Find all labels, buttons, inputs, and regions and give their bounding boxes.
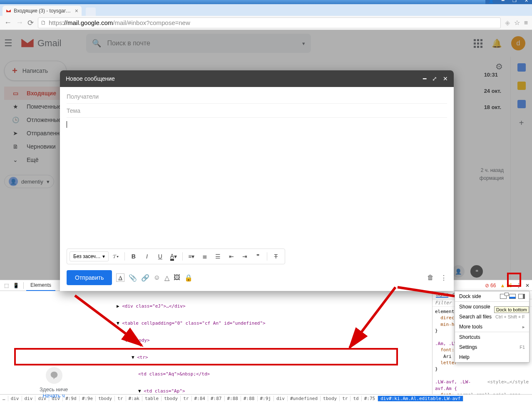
url-bar[interactable]: 🗋 https://mail.google.com/mail/#inbox?co…	[38, 17, 501, 28]
user-name: dementiy	[21, 179, 43, 185]
toolbar-right: ◈ ☆ ≡	[505, 19, 528, 27]
back-button[interactable]: ←	[4, 18, 12, 27]
bullet-list-button[interactable]: ☰	[212, 251, 224, 262]
minimize-compose-icon[interactable]: ━	[423, 75, 426, 82]
drive-icon[interactable]: △	[164, 274, 169, 282]
menu-more-tools[interactable]: More tools▸	[455, 322, 529, 332]
attach-icon[interactable]: 📎	[129, 274, 137, 282]
compose-titlebar[interactable]: Новое сообщение ━ ⤢ ✕	[60, 70, 454, 87]
forward-button[interactable]: →	[16, 18, 23, 27]
more-options-icon[interactable]: ⋮	[440, 274, 447, 282]
format-toggle-button[interactable]: A	[116, 273, 124, 282]
compose-label: Написать	[22, 67, 48, 74]
minimize-button[interactable]: ━	[497, 0, 509, 4]
search-dropdown-icon[interactable]: ▾	[302, 40, 305, 47]
discard-icon[interactable]: 🗑	[427, 274, 434, 282]
url-text: https://mail.google.com/mail/#inbox?comp…	[49, 19, 190, 26]
extension-icon[interactable]: ◈	[505, 19, 510, 27]
devtools-menu-icon[interactable]: ⋮	[516, 283, 521, 288]
compose-button[interactable]: + Написать	[4, 61, 67, 81]
browser-tab[interactable]: Входящие (3) - toysgardenс ×	[2, 6, 82, 16]
compose-title: Новое сообщение	[66, 75, 115, 82]
user-pill[interactable]: 👤 dementiy ▾	[4, 175, 54, 188]
browser-titlebar: 👤 ━ ❐ ✕	[0, 0, 532, 4]
tab-title: Входящие (3) - toysgardenс	[14, 8, 72, 14]
align-button[interactable]: ≡▾	[185, 251, 198, 262]
italic-button[interactable]: I	[141, 251, 153, 262]
search-icon[interactable]: 🔍	[92, 39, 101, 48]
bookmark-icon[interactable]: ☆	[514, 19, 520, 27]
warning-count[interactable]: ▲ 26	[500, 283, 512, 288]
dock-right-icon[interactable]	[518, 294, 525, 299]
confidential-icon[interactable]: 🔒	[184, 274, 193, 282]
emoji-icon[interactable]: ☺	[154, 274, 160, 281]
send-button[interactable]: Отправить	[67, 270, 112, 285]
drafts-icon: 🗎	[12, 143, 19, 150]
calendar-icon[interactable]	[517, 63, 526, 72]
remove-format-button[interactable]: T	[270, 251, 282, 262]
indent-less-button[interactable]: ⇤	[225, 251, 238, 262]
tab-close-icon[interactable]: ×	[75, 7, 78, 14]
notifications-icon[interactable]: 🔔	[492, 38, 502, 48]
close-button[interactable]: ✕	[520, 0, 532, 4]
dom-tree[interactable]: ▶ <div class="eJ">…</div> ▼ <table cellp…	[0, 291, 432, 394]
text-size-icon[interactable]: 𝓣▾	[109, 251, 122, 262]
page-info-icon[interactable]: 🗋	[41, 20, 46, 26]
font-dropdown[interactable]: Без засеч… ▾	[70, 251, 109, 261]
chrome-user-icon[interactable]: 👤	[485, 0, 497, 4]
user-avatar[interactable]: d	[511, 36, 525, 50]
error-count[interactable]: ⊘ 66	[485, 283, 496, 288]
devtools-menu: Dock side Dock to bottom Show console Se…	[455, 291, 530, 363]
photo-icon[interactable]: 🖼	[174, 274, 180, 281]
styles-tab[interactable]: Styles	[436, 292, 448, 298]
right-mini-text: 2 ч. назадформация	[480, 166, 504, 182]
maximize-button[interactable]: ❐	[509, 0, 520, 4]
menu-help[interactable]: Help	[455, 352, 529, 362]
user-avatar-small: 👤	[9, 177, 18, 186]
sidebar-item-label: Помеченные	[27, 103, 61, 110]
keep-icon[interactable]	[517, 82, 526, 90]
menu-search-all[interactable]: Search all filesCtrl + Shift + F	[455, 312, 529, 322]
numbered-list-button[interactable]: ≣	[199, 251, 211, 262]
gmail-logo-icon	[21, 38, 34, 48]
link-icon[interactable]: 🔗	[141, 274, 149, 282]
recipients-field[interactable]: Получатели	[67, 89, 447, 104]
dom-breadcrumb[interactable]: …divdivdivdiv#:9d#:9etbodytr#:aktabletbo…	[0, 394, 532, 403]
settings-gear-icon[interactable]: ⚙	[495, 62, 503, 72]
gmail-header: ☰ Gmail 🔍 ▾ 🔔 d	[0, 30, 532, 57]
apps-grid-icon[interactable]	[474, 39, 482, 48]
indent-more-button[interactable]: ⇥	[239, 251, 251, 262]
dock-tooltip: Dock to bottom	[494, 306, 529, 313]
chevron-down-icon: ⌄	[12, 157, 19, 163]
expand-rail-icon[interactable]: ›	[507, 271, 509, 278]
sidebar-item-label: Ещё	[27, 157, 39, 163]
popout-compose-icon[interactable]: ⤢	[432, 75, 437, 82]
search-bar[interactable]: 🔍 ▾	[86, 34, 311, 53]
hangouts-bubble-icon[interactable]: ❝	[470, 265, 483, 278]
dock-bottom-icon[interactable]	[509, 294, 516, 299]
underline-button[interactable]: U	[154, 251, 167, 262]
addons-plus-icon[interactable]: +	[519, 118, 524, 128]
text-color-button[interactable]: A▾	[167, 251, 180, 262]
search-input[interactable]	[107, 40, 296, 47]
inspect-element-icon[interactable]: ⬚	[2, 280, 10, 291]
logo[interactable]: Gmail	[21, 38, 61, 49]
people-icon[interactable]: 👤	[452, 265, 465, 278]
dock-popout-icon[interactable]	[500, 294, 507, 299]
bold-button[interactable]: B	[127, 251, 140, 262]
tab-elements[interactable]: Elements	[26, 280, 55, 291]
subject-field[interactable]: Тема	[67, 104, 447, 118]
browser-menu-icon[interactable]: ≡	[524, 19, 528, 27]
menu-settings[interactable]: SettingsF1	[455, 342, 529, 352]
gmail-favicon-icon	[6, 8, 11, 14]
menu-shortcuts[interactable]: Shortcuts	[455, 332, 529, 342]
reload-button[interactable]: ⟳	[27, 18, 34, 27]
tasks-icon[interactable]	[517, 100, 526, 108]
device-mode-icon[interactable]: 📱	[11, 280, 21, 291]
menu-icon[interactable]: ☰	[4, 38, 12, 49]
compose-editor[interactable]	[67, 118, 447, 247]
close-compose-icon[interactable]: ✕	[443, 75, 448, 82]
devtools-close-icon[interactable]: ✕	[525, 283, 530, 288]
quote-button[interactable]: ❞	[252, 251, 264, 262]
new-tab-button[interactable]	[86, 7, 96, 16]
